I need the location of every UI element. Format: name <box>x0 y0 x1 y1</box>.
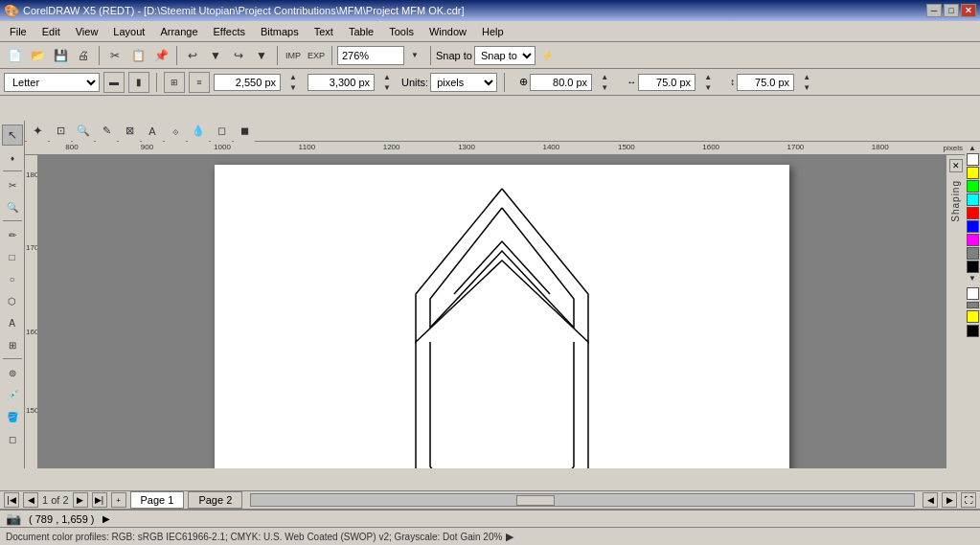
copy-button[interactable]: 📋 <box>127 45 148 66</box>
add-page-button[interactable]: + <box>111 492 126 508</box>
pick-tool[interactable]: ↖ <box>2 125 23 146</box>
menu-edit[interactable]: Edit <box>34 24 68 39</box>
smart-fill[interactable]: ⊠ <box>119 121 140 142</box>
import-button[interactable]: IMP <box>283 45 304 66</box>
x-down-btn[interactable]: ▼ <box>697 82 718 92</box>
zoom-dropdown-button[interactable]: ▼ <box>404 45 425 66</box>
palette-down-arrow[interactable]: ▼ <box>969 274 976 283</box>
first-page-button[interactable]: |◀ <box>4 492 19 508</box>
horizontal-scrollbar-thumb[interactable] <box>516 495 555 506</box>
page1-tab[interactable]: Page 1 <box>130 491 185 509</box>
undo-dropdown-button[interactable]: ▼ <box>205 45 226 66</box>
shape-tool[interactable]: ✦ <box>27 121 48 142</box>
secondary-fill-indicator[interactable] <box>967 310 979 323</box>
fill-tool[interactable]: ◼ <box>234 121 255 142</box>
scroll-right-button[interactable]: ▶ <box>942 492 957 508</box>
nudge-down-btn[interactable]: ▼ <box>594 82 615 92</box>
export-button[interactable]: EXP <box>306 45 327 66</box>
y-input[interactable] <box>737 74 794 91</box>
last-page-button[interactable]: ▶| <box>92 492 107 508</box>
minimize-button[interactable]: ─ <box>926 4 942 17</box>
redo-button[interactable]: ↪ <box>228 45 249 66</box>
next-page-button[interactable]: ▶ <box>73 492 88 508</box>
page-resize-button[interactable]: ⊞ <box>164 72 185 93</box>
zoom-input[interactable]: 276% <box>337 46 404 65</box>
interactive-tool[interactable]: ⟐ <box>165 121 186 142</box>
nudge-input[interactable] <box>530 74 592 91</box>
new-button[interactable]: 📄 <box>4 45 25 66</box>
menu-effects[interactable]: Effects <box>206 24 253 39</box>
ellipse-tool[interactable]: ○ <box>2 268 23 289</box>
outline-tool[interactable]: ◻ <box>211 121 232 142</box>
maximize-button[interactable]: □ <box>944 4 959 17</box>
color-swatch-blue[interactable] <box>967 220 979 233</box>
menu-window[interactable]: Window <box>422 24 474 39</box>
fill-color-indicator[interactable] <box>967 287 979 300</box>
width-input[interactable] <box>214 74 281 91</box>
eyedropper-tool-left[interactable]: 💉 <box>2 384 23 405</box>
cut-button[interactable]: ✂ <box>104 45 125 66</box>
menu-layout[interactable]: Layout <box>105 24 152 39</box>
width-down-btn[interactable]: ▼ <box>283 82 304 92</box>
menu-help[interactable]: Help <box>474 24 512 39</box>
blend-tool[interactable]: ⊚ <box>2 362 23 383</box>
freehand-tool-left[interactable]: ✏ <box>2 224 23 245</box>
y-down-btn[interactable]: ▼ <box>796 82 817 92</box>
rect-tool[interactable]: □ <box>2 246 23 267</box>
close-button[interactable]: ✕ <box>961 4 976 17</box>
color-swatch-red[interactable] <box>967 207 979 219</box>
page-options-button[interactable]: ≡ <box>189 72 210 93</box>
portrait-button[interactable]: ▬ <box>103 72 125 93</box>
menu-text[interactable]: Text <box>307 24 341 39</box>
paste-button[interactable]: 📌 <box>150 45 171 66</box>
color-swatch-yellow[interactable] <box>967 167 979 179</box>
zoom-tool[interactable]: 🔍 <box>73 121 94 142</box>
color-swatch-gray[interactable] <box>967 247 979 260</box>
freehand-tool[interactable]: ✎ <box>96 121 117 142</box>
fill-tool-left[interactable]: 🪣 <box>2 406 23 427</box>
save-button[interactable]: 💾 <box>50 45 71 66</box>
height-input[interactable] <box>308 74 375 91</box>
outline-color-indicator[interactable] <box>967 302 979 308</box>
zoom-to-fit-button[interactable]: ⛶ <box>961 492 976 508</box>
snap-select[interactable]: Snap to <box>474 46 536 65</box>
scroll-left-button[interactable]: ◀ <box>923 492 938 508</box>
shape-edit-tool[interactable]: ⬧ <box>2 147 23 168</box>
width-up-btn[interactable]: ▲ <box>283 72 304 81</box>
print-button[interactable]: 🖨 <box>73 45 94 66</box>
nav-arrow-right[interactable]: ▶ <box>103 513 110 524</box>
x-up-btn[interactable]: ▲ <box>697 72 718 81</box>
canvas-area[interactable] <box>38 155 965 468</box>
color-swatch-cyan[interactable] <box>967 193 979 206</box>
crop-tool-left[interactable]: ✂ <box>2 174 23 195</box>
horizontal-scrollbar[interactable] <box>250 493 915 507</box>
landscape-button[interactable]: ▮ <box>128 72 149 93</box>
color-swatch-white[interactable] <box>967 153 979 166</box>
text-tool[interactable]: A <box>142 121 163 142</box>
height-down-btn[interactable]: ▼ <box>376 82 398 92</box>
shaping-close-button[interactable]: ✕ <box>949 159 963 172</box>
menu-arrange[interactable]: Arrange <box>152 24 205 39</box>
redo-dropdown-button[interactable]: ▼ <box>251 45 272 66</box>
menu-file[interactable]: File <box>2 24 34 39</box>
palette-up-arrow[interactable]: ▲ <box>969 144 976 152</box>
x-input[interactable] <box>638 74 695 91</box>
eyedropper-tool[interactable]: 💧 <box>188 121 209 142</box>
height-up-btn[interactable]: ▲ <box>376 72 398 81</box>
menu-table[interactable]: Table <box>341 24 381 39</box>
page2-tab[interactable]: Page 2 <box>188 491 242 509</box>
outline-tool-left[interactable]: ◻ <box>2 428 23 449</box>
nudge-up-btn[interactable]: ▲ <box>594 72 615 81</box>
prev-page-button[interactable]: ◀ <box>23 492 38 508</box>
units-select[interactable]: pixels <box>430 73 497 92</box>
snap-settings-button[interactable]: ⚡ <box>537 45 558 66</box>
color-swatch-black[interactable] <box>967 261 979 273</box>
undo-button[interactable]: ↩ <box>182 45 203 66</box>
y-up-btn[interactable]: ▲ <box>796 72 817 81</box>
menu-bitmaps[interactable]: Bitmaps <box>253 24 307 39</box>
text-tool-left[interactable]: A <box>2 312 23 333</box>
menu-tools[interactable]: Tools <box>381 24 422 39</box>
zoom-tool-left[interactable]: 🔍 <box>2 196 23 217</box>
crop-tool[interactable]: ⊡ <box>50 121 71 142</box>
polygon-tool[interactable]: ⬡ <box>2 290 23 311</box>
